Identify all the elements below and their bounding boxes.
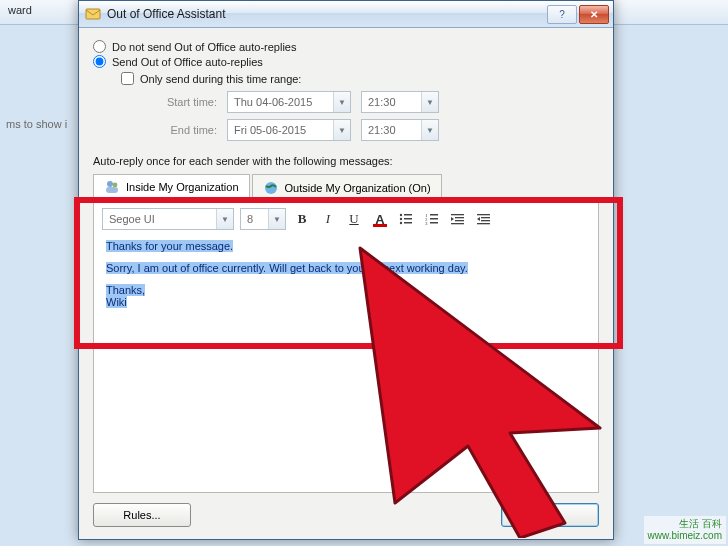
out-of-office-dialog: Out of Office Assistant ? ✕ Do not send …: [78, 0, 614, 540]
svg-rect-21: [477, 214, 490, 215]
help-button[interactable]: ?: [547, 5, 577, 24]
background-toolbar-item: ward: [0, 0, 40, 20]
svg-rect-24: [477, 223, 490, 224]
end-time-value: 21:30: [362, 124, 421, 136]
svg-point-4: [265, 182, 277, 194]
outdent-button[interactable]: [448, 209, 468, 229]
svg-rect-19: [455, 220, 464, 221]
chevron-down-icon[interactable]: ▼: [421, 92, 438, 112]
end-time-combo[interactable]: 21:30 ▼: [361, 119, 439, 141]
dialog-footer: Rules... OK: [93, 493, 599, 527]
chevron-down-icon[interactable]: ▼: [333, 120, 350, 140]
only-range-label: Only send during this time range:: [140, 73, 301, 85]
end-label: End time:: [141, 124, 217, 136]
close-button[interactable]: ✕: [579, 5, 609, 24]
chevron-down-icon[interactable]: ▼: [268, 209, 285, 229]
radio-send[interactable]: [93, 55, 106, 68]
start-date-value: Thu 04-06-2015: [228, 96, 333, 108]
message-line3b: Wiki: [106, 296, 127, 308]
app-icon: [85, 6, 101, 22]
start-date-combo[interactable]: Thu 04-06-2015 ▼: [227, 91, 351, 113]
start-label: Start time:: [141, 96, 217, 108]
svg-rect-12: [430, 214, 438, 216]
tab-inside[interactable]: Inside My Organization: [93, 174, 250, 200]
font-size-value: 8: [241, 213, 268, 225]
font-color-button[interactable]: A: [370, 209, 390, 229]
message-line3a: Thanks,: [106, 284, 145, 296]
option-send-label: Send Out of Office auto-replies: [112, 56, 263, 68]
chevron-down-icon[interactable]: ▼: [421, 120, 438, 140]
tab-outside-label: Outside My Organization (On): [285, 182, 431, 194]
option-send[interactable]: Send Out of Office auto-replies: [93, 55, 599, 68]
people-icon: [104, 179, 120, 195]
svg-rect-17: [451, 214, 464, 215]
start-time-value: 21:30: [362, 96, 421, 108]
option-dont-send-label: Do not send Out of Office auto-replies: [112, 41, 296, 53]
start-time-combo[interactable]: 21:30 ▼: [361, 91, 439, 113]
background-empty-message: ms to show i: [6, 118, 67, 130]
format-toolbar: Segoe UI ▼ 8 ▼ B I U A 123: [102, 208, 590, 230]
tab-inside-label: Inside My Organization: [126, 181, 239, 193]
watermark: 生活 百科 www.bimeiz.com: [644, 516, 726, 544]
dialog-body: Do not send Out of Office auto-replies S…: [79, 28, 613, 539]
time-range-block: Only send during this time range: Start …: [121, 72, 599, 141]
message-line1: Thanks for your message.: [106, 240, 233, 252]
titlebar[interactable]: Out of Office Assistant ? ✕: [79, 1, 613, 28]
font-family-combo[interactable]: Segoe UI ▼: [102, 208, 234, 230]
svg-text:3: 3: [425, 221, 428, 226]
only-range-checkbox[interactable]: [121, 72, 134, 85]
chevron-down-icon[interactable]: ▼: [333, 92, 350, 112]
svg-rect-23: [481, 220, 490, 221]
watermark-line2: www.bimeiz.com: [648, 530, 722, 542]
svg-point-1: [107, 181, 113, 187]
italic-button[interactable]: I: [318, 209, 338, 229]
font-size-combo[interactable]: 8 ▼: [240, 208, 286, 230]
svg-rect-10: [404, 222, 412, 224]
ok-button[interactable]: OK: [501, 503, 599, 527]
rules-button[interactable]: Rules...: [93, 503, 191, 527]
radio-dont-send[interactable]: [93, 40, 106, 53]
dialog-title: Out of Office Assistant: [107, 7, 226, 21]
bullet-list-button[interactable]: [396, 209, 416, 229]
time-grid: Start time: Thu 04-06-2015 ▼ 21:30 ▼ End…: [141, 91, 599, 141]
underline-button[interactable]: U: [344, 209, 364, 229]
svg-point-7: [400, 218, 402, 220]
message-line2: Sorry, I am out of office currently. Wil…: [106, 262, 468, 274]
svg-rect-18: [455, 217, 464, 218]
end-date-value: Fri 05-06-2015: [228, 124, 333, 136]
svg-rect-3: [106, 187, 118, 193]
svg-rect-14: [430, 218, 438, 220]
watermark-line1: 生活 百科: [648, 518, 722, 530]
globe-icon: [263, 180, 279, 196]
auto-reply-section-label: Auto-reply once for each sender with the…: [93, 155, 599, 167]
svg-point-9: [400, 222, 402, 224]
chevron-down-icon[interactable]: ▼: [216, 209, 233, 229]
svg-rect-6: [404, 214, 412, 216]
svg-rect-16: [430, 222, 438, 224]
svg-rect-0: [86, 9, 100, 19]
svg-rect-22: [481, 217, 490, 218]
font-family-value: Segoe UI: [103, 213, 216, 225]
tab-outside[interactable]: Outside My Organization (On): [252, 174, 442, 200]
end-date-combo[interactable]: Fri 05-06-2015 ▼: [227, 119, 351, 141]
editor-panel: Segoe UI ▼ 8 ▼ B I U A 123: [93, 200, 599, 493]
bold-button[interactable]: B: [292, 209, 312, 229]
indent-button[interactable]: [474, 209, 494, 229]
numbered-list-button[interactable]: 123: [422, 209, 442, 229]
svg-point-5: [400, 214, 402, 216]
svg-rect-20: [451, 223, 464, 224]
svg-point-2: [113, 183, 118, 188]
message-editor[interactable]: Thanks for your message. Sorry, I am out…: [102, 236, 590, 484]
option-dont-send[interactable]: Do not send Out of Office auto-replies: [93, 40, 599, 53]
tabs: Inside My Organization Outside My Organi…: [93, 173, 599, 200]
only-range-row[interactable]: Only send during this time range:: [121, 72, 599, 85]
svg-rect-8: [404, 218, 412, 220]
